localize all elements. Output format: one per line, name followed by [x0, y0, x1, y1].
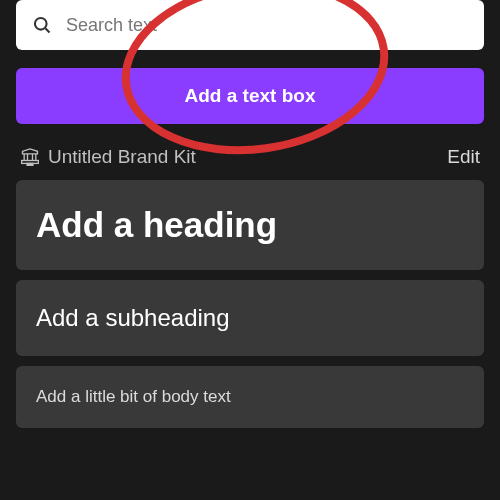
search-container[interactable] [16, 0, 484, 50]
brand-kit-label: Untitled Brand Kit [48, 146, 196, 168]
add-heading-button[interactable]: Add a heading [16, 180, 484, 270]
brand-kit-left: Untitled Brand Kit [20, 146, 196, 168]
svg-rect-7 [27, 163, 33, 165]
search-input[interactable] [66, 15, 468, 36]
brand-kit-icon [20, 148, 40, 166]
search-icon [32, 15, 52, 35]
svg-point-0 [35, 18, 47, 30]
edit-link[interactable]: Edit [447, 146, 480, 168]
svg-line-1 [45, 28, 49, 32]
add-body-text-button[interactable]: Add a little bit of body text [16, 366, 484, 428]
add-text-box-button[interactable]: Add a text box [16, 68, 484, 124]
brand-kit-row: Untitled Brand Kit Edit [16, 146, 484, 168]
add-subheading-button[interactable]: Add a subheading [16, 280, 484, 356]
